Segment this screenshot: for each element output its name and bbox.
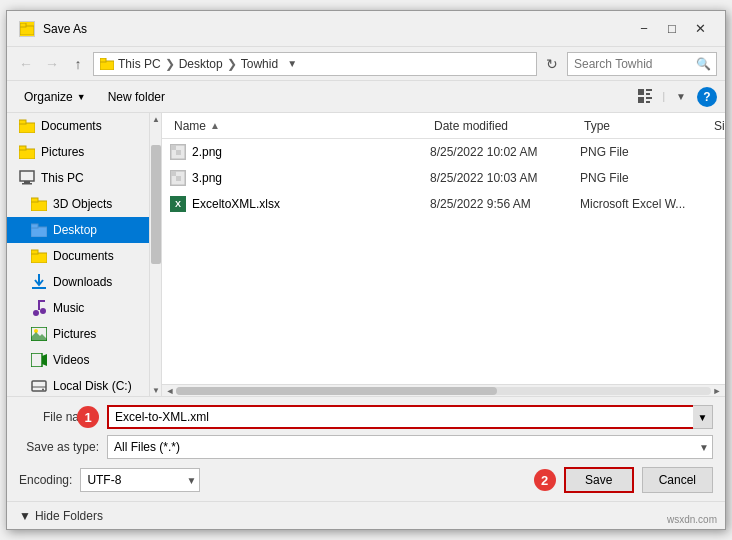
svg-rect-38: [171, 145, 176, 150]
svg-rect-7: [646, 97, 652, 99]
folder-icon: [31, 222, 47, 238]
svg-rect-18: [31, 198, 38, 202]
refresh-button[interactable]: ↻: [541, 53, 563, 75]
title-controls: − □ ✕: [631, 19, 713, 39]
sidebar-item-pictures[interactable]: Pictures: [7, 139, 149, 165]
sidebar-label: This PC: [41, 171, 84, 185]
watermark: wsxdn.com: [667, 514, 717, 525]
file-name: 3.png: [170, 170, 430, 186]
svg-rect-39: [176, 150, 181, 155]
svg-rect-42: [176, 176, 181, 181]
file-date: 8/25/2022 9:56 AM: [430, 197, 580, 211]
scroll-right-button[interactable]: ►: [711, 385, 723, 397]
savetype-select[interactable]: All Files (*.*): [107, 435, 713, 459]
sidebar-item-music[interactable]: Music: [7, 295, 149, 321]
organize-dropdown-icon: ▼: [77, 92, 86, 102]
filename-input[interactable]: [107, 405, 713, 429]
sidebar-item-desktop[interactable]: Desktop: [7, 217, 149, 243]
breadcrumb-desktop[interactable]: Desktop: [179, 57, 223, 71]
sidebar: Documents Pictures: [7, 113, 149, 396]
svg-point-25: [40, 308, 46, 314]
breadcrumb-towhid[interactable]: Towhid: [241, 57, 278, 71]
sort-icon: ▲: [210, 120, 220, 131]
bottom-section: File name: ▼ 1 Save as type: All Files (…: [7, 396, 725, 501]
sidebar-item-3dobjects[interactable]: 3D Objects: [7, 191, 149, 217]
organize-button[interactable]: Organize ▼: [15, 86, 95, 108]
folder-icon: [19, 144, 35, 160]
sidebar-item-pictures2[interactable]: Pictures: [7, 321, 149, 347]
title-bar-left: Save As: [19, 21, 87, 37]
svg-rect-30: [31, 353, 42, 367]
up-button[interactable]: ↑: [67, 53, 89, 75]
scroll-up-button[interactable]: ▲: [150, 113, 162, 125]
file-date: 8/25/2022 10:02 AM: [430, 145, 580, 159]
column-header-size[interactable]: Size: [710, 119, 725, 133]
horizontal-scrollbar[interactable]: ◄ ►: [162, 384, 725, 396]
svg-rect-6: [638, 97, 644, 103]
sidebar-label: 3D Objects: [53, 197, 112, 211]
folder-icon: [31, 248, 47, 264]
svg-rect-4: [638, 89, 644, 95]
column-header-name[interactable]: Name ▲: [170, 119, 430, 133]
sidebar-label: Documents: [41, 119, 102, 133]
png-file-icon: [170, 170, 186, 186]
sidebar-item-thispc[interactable]: This PC: [7, 165, 149, 191]
encoding-select[interactable]: UTF-8: [80, 468, 200, 492]
view-separator: |: [662, 91, 665, 102]
cancel-button[interactable]: Cancel: [642, 467, 713, 493]
scrollbar-track[interactable]: [176, 387, 711, 395]
download-icon: [31, 274, 47, 290]
toolbar-right: | ▼ ?: [634, 85, 717, 109]
hide-folders-button[interactable]: ▼ Hide Folders: [19, 509, 103, 523]
new-folder-label: New folder: [108, 90, 165, 104]
file-name: X ExceltoXML.xlsx: [170, 196, 430, 212]
sidebar-item-documents[interactable]: Documents: [7, 113, 149, 139]
maximize-button[interactable]: □: [659, 19, 685, 39]
column-header-type[interactable]: Type: [580, 119, 710, 133]
dialog-icon: [19, 21, 35, 37]
scroll-down-button[interactable]: ▼: [150, 384, 162, 396]
file-list-container: Name ▲ Date modified Type Size: [162, 113, 725, 396]
address-bar[interactable]: This PC ❯ Desktop ❯ Towhid ▼: [93, 52, 537, 76]
table-row[interactable]: 2.png 8/25/2022 10:02 AM PNG File: [162, 139, 725, 165]
address-dropdown-button[interactable]: ▼: [282, 53, 302, 75]
table-row[interactable]: 3.png 8/25/2022 10:03 AM PNG File: [162, 165, 725, 191]
close-button[interactable]: ✕: [687, 19, 713, 39]
sidebar-item-downloads[interactable]: Downloads: [7, 269, 149, 295]
svg-rect-27: [38, 300, 45, 302]
savetype-label: Save as type:: [19, 440, 99, 454]
footer-bar: ▼ Hide Folders: [7, 501, 725, 529]
column-header-date[interactable]: Date modified: [430, 119, 580, 133]
view-button[interactable]: [634, 85, 658, 109]
view-dropdown-button[interactable]: ▼: [669, 85, 693, 109]
search-input[interactable]: [567, 52, 717, 76]
help-button[interactable]: ?: [697, 87, 717, 107]
sidebar-item-documents2[interactable]: Documents: [7, 243, 149, 269]
breadcrumb-thispc[interactable]: This PC: [118, 57, 161, 71]
svg-rect-16: [22, 183, 32, 185]
sidebar-item-localdisk[interactable]: Local Disk (C:): [7, 373, 149, 396]
scroll-thumb[interactable]: [151, 145, 161, 264]
svg-rect-13: [19, 146, 26, 150]
video-icon: [31, 352, 47, 368]
file-list-header: Name ▲ Date modified Type Size: [162, 113, 725, 139]
sidebar-item-videos[interactable]: Videos: [7, 347, 149, 373]
back-button[interactable]: ←: [15, 53, 37, 75]
badge-1: 1: [77, 406, 99, 428]
table-row[interactable]: X ExceltoXML.xlsx 8/25/2022 9:56 AM Micr…: [162, 191, 725, 217]
filename-dropdown-button[interactable]: ▼: [693, 405, 713, 429]
new-folder-button[interactable]: New folder: [99, 86, 174, 108]
organize-label: Organize: [24, 90, 73, 104]
sidebar-scrollbar[interactable]: ▲ ▼: [149, 113, 161, 396]
svg-point-33: [42, 389, 44, 391]
svg-rect-41: [171, 171, 176, 176]
scrollbar-thumb[interactable]: [176, 387, 497, 395]
dialog-title: Save As: [43, 22, 87, 36]
save-button[interactable]: Save: [564, 467, 634, 493]
scroll-left-button[interactable]: ◄: [164, 385, 176, 397]
forward-button[interactable]: →: [41, 53, 63, 75]
hide-folders-label: Hide Folders: [35, 509, 103, 523]
svg-rect-11: [19, 120, 26, 124]
sidebar-container: Documents Pictures: [7, 113, 162, 396]
minimize-button[interactable]: −: [631, 19, 657, 39]
